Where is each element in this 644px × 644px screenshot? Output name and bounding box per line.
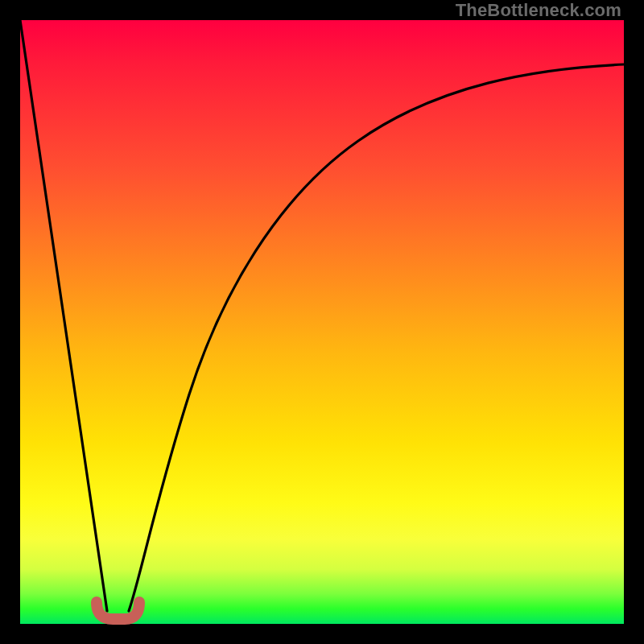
curve-left-leg xyxy=(20,20,107,611)
chart-frame: TheBottleneck.com xyxy=(0,0,644,644)
curve-right-leg xyxy=(129,64,624,611)
watermark-text: TheBottleneck.com xyxy=(456,0,621,21)
trough-marker xyxy=(97,602,139,619)
curve-layer xyxy=(20,20,624,624)
